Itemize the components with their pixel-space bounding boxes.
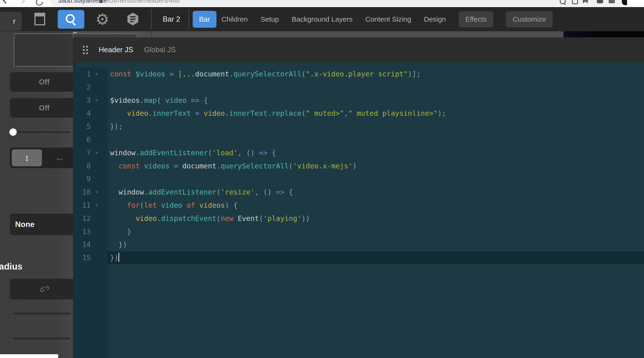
gutter-cell: 6 (73, 133, 108, 146)
code-token: )]; (408, 70, 420, 78)
code-line-text[interactable]: const $videos = [...document.querySelect… (108, 67, 644, 81)
code-line[interactable]: 13 } (73, 225, 644, 238)
code-token: const (110, 70, 136, 78)
code-line[interactable]: 2 (73, 81, 644, 94)
code-line[interactable]: 8 const videos = document.querySelectorA… (73, 160, 644, 173)
code-line-text[interactable]: }) (108, 238, 644, 251)
code-token: ... (182, 70, 195, 78)
fold-arrow-icon[interactable]: ▾ (91, 199, 103, 212)
code-line-text[interactable]: window.addEventListener('load', () => { (108, 146, 644, 160)
code-line[interactable]: 3▾$videos.map( video => { (73, 94, 644, 107)
drag-handle-icon[interactable] (83, 46, 88, 54)
gutter-cell: 10▾ (73, 185, 108, 199)
code-token: querySelectorAll (221, 162, 289, 170)
code-line-text[interactable]: for(let video of videos) { (108, 199, 644, 212)
gutter-cell: 13 (73, 225, 108, 238)
browser-menu-icon[interactable] (622, 0, 627, 5)
search-button[interactable] (58, 10, 84, 29)
tab-children[interactable]: Children (222, 15, 248, 23)
toolbar-divider-2 (188, 9, 189, 30)
gutter-cell: 9 (73, 173, 108, 185)
code-token: }); (110, 122, 123, 131)
toggle-off-button-1[interactable]: Off (10, 72, 79, 92)
code-line-text[interactable]: }) (108, 251, 644, 264)
elements-stack-icon[interactable] (128, 13, 138, 25)
code-line[interactable]: 6 (73, 133, 644, 146)
code-line-text[interactable]: video.innerText = video.innerText.replac… (108, 107, 644, 120)
tab-setup[interactable]: Setup (260, 15, 279, 23)
line-number: 4 (73, 107, 91, 120)
extensions-puzzle-icon[interactable] (597, 0, 603, 3)
code-line[interactable]: 10▾ window.addEventListener('resize', ()… (73, 185, 644, 199)
none-button-label: None (15, 220, 35, 229)
settings-gear-icon[interactable]: ⚙ (96, 10, 109, 28)
slider-knob-1[interactable] (10, 128, 17, 136)
code-line-text[interactable]: }); (108, 120, 644, 133)
code-token: ( (216, 188, 221, 196)
code-editor-header: Header JSGlobal JS (73, 37, 644, 62)
resize-horizontal-icon[interactable]: ↔ (42, 149, 77, 166)
breadcrumb[interactable]: Bar 2 (156, 7, 188, 31)
toggle-off-button-2[interactable]: Off (10, 98, 79, 118)
fold-arrow-icon[interactable]: ▾ (91, 94, 103, 107)
reload-icon[interactable] (34, 0, 44, 7)
slider-track-1[interactable] (11, 132, 70, 133)
code-line[interactable]: 11▾ for(let video of videos) { (73, 199, 644, 212)
profile-icon[interactable] (609, 0, 615, 3)
fold-arrow-icon[interactable]: ▾ (91, 185, 103, 199)
url-path: /cornerstone/headers/480 (107, 0, 180, 4)
code-line[interactable]: 12 video.dispatchEvent(new Event('playin… (73, 212, 644, 225)
layout-window-icon[interactable] (34, 13, 45, 25)
fold-arrow-icon[interactable]: ▾ (91, 146, 103, 160)
slider-track-3[interactable] (13, 338, 70, 340)
code-token: of (186, 201, 199, 209)
code-line[interactable]: 5}); (73, 120, 644, 133)
fold-arrow-empty (91, 212, 103, 225)
code-token: ( (302, 109, 306, 117)
tab-bar-active[interactable]: Bar (193, 11, 216, 28)
tab-content-sizing[interactable]: Content Sizing (365, 15, 411, 23)
editor-tab-header-js[interactable]: Header JS (99, 46, 133, 54)
url-text[interactable]: 3abb.stayalive.se/cornerstone/headers/48… (58, 0, 180, 4)
resize-vertical-icon[interactable]: ↕ (12, 149, 42, 166)
code-line-text[interactable] (108, 173, 644, 185)
code-line-text[interactable]: } (108, 225, 644, 238)
code-empty-area[interactable] (108, 264, 644, 358)
forward-icon[interactable] (19, 0, 25, 4)
code-line-text[interactable]: video.dispatchEvent(new Event('playing')… (108, 212, 644, 225)
code-line[interactable]: 9 (73, 173, 644, 185)
code-line[interactable]: 4 video.innerText = video.innerText.repl… (73, 107, 644, 120)
code-line[interactable]: 15}) (73, 251, 644, 264)
code-line-text[interactable] (108, 133, 644, 146)
line-number: 11 (73, 199, 91, 212)
fold-arrow-icon[interactable]: ▾ (91, 67, 103, 81)
code-line-text[interactable]: const videos = document.querySelectorAll… (108, 160, 644, 173)
code-line-text[interactable] (108, 81, 644, 94)
tab-effects[interactable]: Effects (458, 11, 493, 27)
back-icon[interactable] (3, 0, 9, 4)
code-line-text[interactable]: $videos.map( video => { (108, 94, 644, 107)
editor-tab-global-js[interactable]: Global JS (144, 46, 176, 54)
reader-icon[interactable] (572, 0, 578, 4)
unlink-button[interactable] (10, 279, 79, 299)
slider-track-2[interactable] (13, 313, 70, 315)
code-token: video (161, 201, 186, 209)
code-token: querySelectorAll (234, 70, 302, 78)
toggle-off-label-2: Off (39, 104, 50, 112)
code-line[interactable]: 1▾const $videos = [...document.querySele… (73, 67, 644, 81)
radius-label: adius (0, 262, 22, 272)
tab-design[interactable]: Design (424, 15, 446, 23)
code-line[interactable]: 14 }) (73, 238, 644, 251)
code-lines[interactable]: 1▾const $videos = [...document.querySele… (73, 62, 644, 358)
code-token: = (191, 109, 204, 117)
tab-customize[interactable]: Customize (506, 11, 552, 27)
code-line[interactable]: 7▾window.addEventListener('load', () => … (73, 146, 644, 160)
code-filler[interactable] (73, 264, 644, 358)
tab-background-layers[interactable]: Background Layers (292, 15, 352, 23)
none-button[interactable]: None (10, 214, 79, 235)
fold-arrow-empty (91, 81, 103, 94)
inspector-sidebar: Off Off ↕ ↔ None adius (0, 31, 73, 358)
code-line-text[interactable]: window.addEventListener('resize', () => … (108, 185, 644, 199)
code-token: video (136, 214, 157, 222)
partial-left-button[interactable]: r (0, 12, 22, 30)
